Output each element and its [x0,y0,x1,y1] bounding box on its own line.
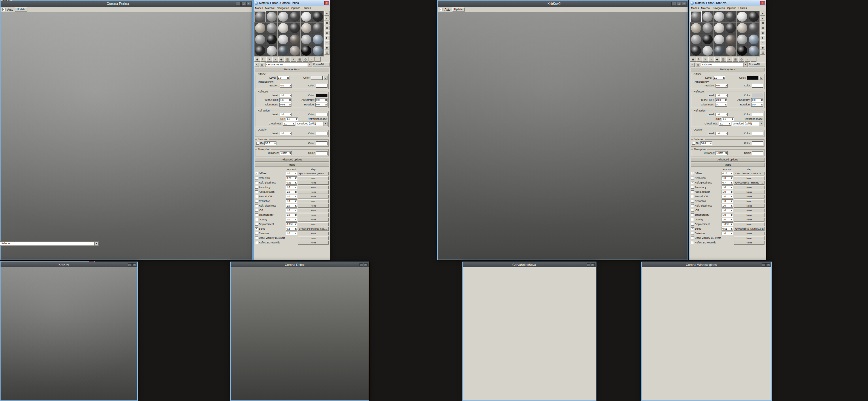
map-amount-spinner[interactable]: 1.0 [721,176,733,180]
material-thumbnail[interactable] [301,45,312,56]
go-to-parent-icon[interactable]: ↑ [309,57,314,62]
map-enable-checkbox[interactable] [255,186,258,189]
material-map-navigator-icon[interactable]: ▤ [324,50,330,55]
titlebar[interactable]: Corona Window glass – × [642,262,771,267]
menu-item[interactable]: Options [291,7,300,9]
material-thumbnail[interactable] [312,34,323,45]
sample-color-icon[interactable]: ▧ [260,63,265,67]
material-thumbnail[interactable] [312,23,323,33]
map-amount-spinner[interactable]: 1.0 [721,195,733,199]
reflection-glossiness-spinner[interactable]: 0.7 [715,103,727,107]
show-end-result-icon[interactable]: ◎ [303,57,308,62]
reset-map-icon[interactable]: × [708,57,714,62]
render-viewport[interactable] [1,267,137,400]
rollout-maps[interactable]: Maps [255,163,329,167]
map-amount-spinner[interactable]: 0.15 [721,172,733,175]
close-icon[interactable]: × [591,263,595,266]
map-amount-spinner[interactable]: 1.0 [286,186,297,189]
map-enable-checkbox[interactable] [691,232,694,235]
map-slot-button[interactable]: None [734,204,765,208]
options-icon[interactable]: ≡ [324,40,330,45]
map-slot-button[interactable]: 070295648 (normal map.jpg) [298,227,329,231]
map-slot-button[interactable]: None [298,208,329,212]
minimize-icon[interactable]: – [128,263,132,266]
material-map-navigator-icon[interactable]: ▤ [760,50,765,55]
map-amount-spinner[interactable]: 1.0 [721,213,733,217]
map-enable-checkbox[interactable] [255,191,258,193]
diffuse-map-shortcut-button[interactable]: M [759,76,763,80]
refraction-color-swatch[interactable] [316,113,328,116]
material-thumbnail[interactable] [737,45,748,56]
minimize-icon[interactable]: – [236,2,241,6]
titlebar[interactable]: Material Editor - Corona Perina [254,0,330,6]
refraction-glossiness-spinner[interactable]: 1.0 [283,122,295,126]
map-slot-button[interactable]: None [734,218,765,222]
auto-checkbox[interactable] [440,8,443,11]
minimize-icon[interactable]: – [587,263,590,266]
material-id-icon[interactable]: # [290,57,296,62]
material-thumbnail[interactable] [702,34,713,45]
map-slot-button[interactable]: None [734,241,765,244]
show-map-in-viewport-icon[interactable]: ▦ [297,57,302,62]
map-enable-checkbox[interactable] [255,223,258,226]
map-slot-button[interactable]: #2070295660 (METDIS.jpg) [734,227,765,231]
map-slot-button[interactable]: None [298,218,329,222]
put-to-scene-icon[interactable]: ↻ [696,57,702,62]
render-viewport[interactable] [1,12,252,260]
map-enable-checkbox[interactable] [255,218,258,221]
reset-map-icon[interactable]: × [272,57,278,62]
backlight-icon[interactable]: ◐ [760,16,765,21]
material-thumbnail[interactable] [301,23,312,33]
close-icon[interactable]: × [132,263,136,266]
menu-item[interactable]: Navigation [277,7,289,9]
material-thumbnail[interactable] [278,34,289,45]
rollout-basic-options[interactable]: Basic options [691,68,765,71]
material-thumbnail[interactable] [725,45,736,56]
material-thumbnail[interactable] [254,11,266,22]
material-thumbnail[interactable] [713,23,725,33]
material-thumbnail[interactable] [254,45,266,56]
map-slot-button[interactable]: None [298,236,329,240]
material-thumbnail[interactable] [278,23,289,33]
material-thumbnail[interactable] [713,11,725,22]
map-amount-spinner[interactable]: 1.0cm [721,223,733,226]
menu-item[interactable]: Utilities [303,7,311,9]
map-slot-button[interactable]: None [298,190,329,194]
sample-uv-tiling-icon[interactable]: ▩ [760,26,765,30]
map-amount-spinner[interactable]: 0.7 [721,181,733,185]
background-icon[interactable]: ▦ [324,21,330,25]
rotation-spinner[interactable]: 0.0 [315,103,328,107]
refraction-glossiness-spinner[interactable]: 1.0 [719,122,731,126]
map-enable-checkbox[interactable] [255,176,258,179]
map-enable-checkbox[interactable] [691,186,694,189]
material-thumbnail[interactable] [254,23,266,33]
render-viewport[interactable] [463,267,596,400]
material-name-combo[interactable]: KrbKov2 [701,63,748,67]
material-thumbnail[interactable] [254,34,266,45]
titlebar[interactable]: KrbKov – × [1,262,137,267]
opacity-level-spinner[interactable]: 1.0 [280,132,292,135]
refraction-mode-combo[interactable]: Onesided (solid) [296,122,328,126]
map-enable-checkbox[interactable] [255,172,258,175]
material-thumbnail[interactable] [713,45,725,56]
diffuse-level-spinner[interactable]: 1.0 [277,76,289,80]
map-amount-spinner[interactable]: 1.0 [721,218,733,222]
map-slot-button[interactable]: None [734,223,765,226]
map-amount-spinner[interactable]: 1.0 [721,186,733,189]
menu-item[interactable]: Modes [691,7,699,9]
map-enable-checkbox[interactable] [691,195,694,198]
map-enable-checkbox[interactable] [691,191,694,193]
map-enable-checkbox[interactable] [255,227,258,230]
map-slot-button[interactable]: None [298,195,329,199]
put-to-library-icon[interactable]: ▥ [720,57,726,62]
map-enable-checkbox[interactable] [255,209,258,212]
map-enable-checkbox[interactable] [255,241,258,244]
pick-material-from-object-icon[interactable]: ↖ [254,63,259,67]
rotation-spinner[interactable]: 0.0 [751,103,763,107]
update-button[interactable]: Update [452,7,465,11]
map-enable-checkbox[interactable] [255,236,258,239]
material-thumbnail[interactable] [748,34,759,45]
titlebar[interactable]: KrbKov2 – □ × [438,1,687,7]
map-enable-checkbox[interactable] [691,236,694,239]
pick-material-from-object-icon[interactable]: ↖ [690,63,695,67]
